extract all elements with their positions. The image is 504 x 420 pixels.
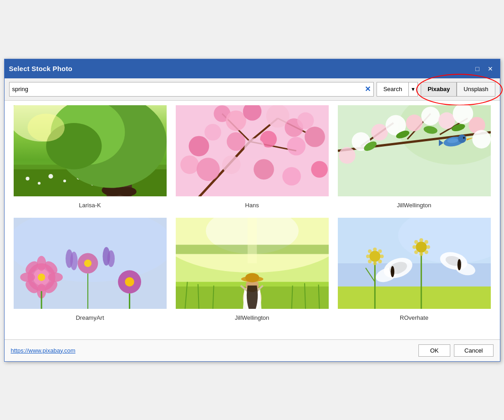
svg-point-4 xyxy=(37,182,40,184)
svg-point-129 xyxy=(419,238,423,242)
photo-image-1 xyxy=(14,105,167,196)
footer-buttons: OK Cancel xyxy=(418,344,493,357)
toolbar: ✕ Search ▾ Pixabay Unsplash xyxy=(5,78,500,101)
svg-point-33 xyxy=(244,138,265,159)
svg-point-130 xyxy=(419,252,423,256)
svg-point-125 xyxy=(378,249,382,253)
svg-point-13 xyxy=(118,187,137,196)
pixabay-link[interactable]: https://www.pixabay.com xyxy=(11,347,76,354)
svg-point-120 xyxy=(373,261,377,265)
svg-point-76 xyxy=(20,272,35,282)
svg-point-73 xyxy=(37,273,45,281)
svg-point-17 xyxy=(27,113,64,141)
photo-author-4: DreamyArt xyxy=(76,312,104,321)
svg-point-123 xyxy=(368,249,372,253)
svg-point-110 xyxy=(245,273,259,282)
svg-point-132 xyxy=(426,245,430,249)
photo-image-2 xyxy=(176,105,329,196)
search-wrapper: ✕ xyxy=(9,82,374,97)
source-btn-group: Pixabay Unsplash xyxy=(421,82,495,97)
unsplash-button[interactable]: Unsplash xyxy=(457,82,495,97)
svg-point-52 xyxy=(406,114,423,131)
svg-point-53 xyxy=(421,107,440,125)
photo-grid: Larisa-K xyxy=(14,105,491,330)
list-item[interactable]: JillWellington xyxy=(176,218,329,321)
svg-point-121 xyxy=(366,254,370,258)
svg-point-54 xyxy=(438,112,455,129)
cancel-button[interactable]: Cancel xyxy=(454,344,493,357)
svg-point-135 xyxy=(424,240,428,244)
svg-point-25 xyxy=(225,110,246,131)
svg-point-57 xyxy=(472,130,491,149)
photo-row-1: Larisa-K xyxy=(14,105,491,209)
maximize-button[interactable]: □ xyxy=(473,64,483,74)
select-stock-photo-dialog: Select Stock Photo □ ✕ ✕ Search ▾ Pixaba… xyxy=(4,59,500,362)
svg-point-77 xyxy=(48,272,63,282)
svg-point-124 xyxy=(378,259,382,263)
search-dropdown-button[interactable]: ▾ xyxy=(409,82,418,97)
svg-point-58 xyxy=(339,147,356,164)
svg-point-119 xyxy=(373,247,377,251)
svg-point-41 xyxy=(282,167,301,185)
svg-point-83 xyxy=(84,259,91,266)
photo-image-3 xyxy=(338,105,491,196)
svg-point-36 xyxy=(188,136,209,156)
close-button[interactable]: ✕ xyxy=(485,64,495,74)
photo-row-2: DreamyArt xyxy=(14,218,491,321)
svg-point-87 xyxy=(70,251,77,270)
list-item[interactable]: Hans xyxy=(176,105,329,209)
dialog-title: Select Stock Photo xyxy=(9,65,72,72)
svg-rect-115 xyxy=(338,286,491,308)
svg-point-131 xyxy=(412,245,416,249)
search-input[interactable] xyxy=(12,86,365,92)
photo-image-5 xyxy=(176,218,329,309)
svg-point-50 xyxy=(371,123,388,140)
photo-grid-container[interactable]: Larisa-K xyxy=(5,101,500,339)
photo-author-2: Hans xyxy=(245,200,259,209)
svg-point-126 xyxy=(368,259,372,263)
svg-point-5 xyxy=(48,174,53,178)
svg-point-89 xyxy=(107,250,114,267)
svg-point-42 xyxy=(311,161,328,178)
svg-point-30 xyxy=(305,127,325,147)
photo-image-6 xyxy=(338,218,491,309)
ok-button[interactable]: OK xyxy=(418,344,450,357)
svg-point-64 xyxy=(458,134,466,143)
pixabay-button[interactable]: Pixabay xyxy=(421,82,457,97)
dropdown-arrow-icon: ▾ xyxy=(412,86,415,92)
clear-button[interactable]: ✕ xyxy=(365,85,371,93)
list-item[interactable]: DreamyArt xyxy=(14,218,167,321)
photo-image-4 xyxy=(14,218,167,309)
svg-point-6 xyxy=(63,179,66,182)
svg-point-35 xyxy=(204,123,221,140)
svg-point-122 xyxy=(380,254,383,258)
svg-point-39 xyxy=(222,155,240,174)
svg-point-31 xyxy=(287,137,305,155)
svg-point-66 xyxy=(463,137,464,138)
list-item[interactable]: JillWellington xyxy=(338,105,491,209)
svg-point-37 xyxy=(180,155,199,174)
svg-point-38 xyxy=(196,158,219,181)
photo-author-3: JillWellington xyxy=(397,200,432,209)
svg-point-34 xyxy=(227,132,245,151)
svg-point-85 xyxy=(125,277,134,286)
svg-point-133 xyxy=(414,240,418,244)
svg-point-136 xyxy=(414,250,418,254)
photo-author-6: ROverhate xyxy=(400,312,428,321)
photo-author-1: Larisa-K xyxy=(79,200,101,209)
svg-point-29 xyxy=(297,112,314,129)
list-item[interactable]: Larisa-K xyxy=(14,105,167,209)
svg-point-40 xyxy=(254,159,274,179)
search-btn-group: Search ▾ xyxy=(377,82,418,97)
svg-point-3 xyxy=(25,177,29,180)
dialog-footer: https://www.pixabay.com OK Cancel xyxy=(5,339,500,361)
photo-author-5: JillWellington xyxy=(235,312,270,321)
svg-point-134 xyxy=(424,250,428,254)
search-button[interactable]: Search xyxy=(377,82,409,97)
list-item[interactable]: ROverhate xyxy=(338,218,491,321)
title-bar-controls: □ ✕ xyxy=(473,64,495,74)
svg-point-74 xyxy=(36,256,46,271)
title-bar: Select Stock Photo □ ✕ xyxy=(5,59,500,78)
